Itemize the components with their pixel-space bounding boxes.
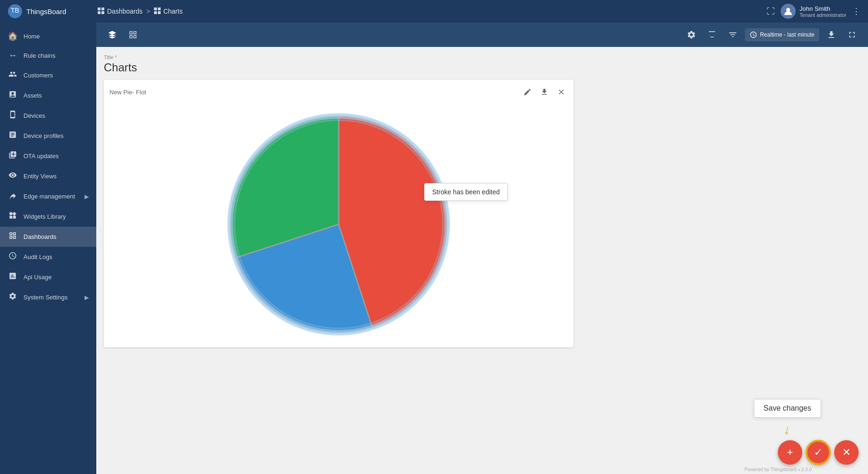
display-icon[interactable] (704, 26, 721, 43)
download-widget-button[interactable] (538, 85, 551, 99)
chevron-edge-management: ▶ (85, 193, 89, 200)
breadcrumb-charts[interactable]: Charts (154, 8, 183, 15)
page-content: Title * Charts New Pie- Flot (96, 47, 868, 474)
logo-area[interactable]: TB ThingsBoard (8, 4, 92, 19)
pie-chart (226, 112, 451, 337)
sidebar-label-devices: Devices (23, 112, 45, 119)
charts-grid-icon (154, 8, 161, 15)
nav-right: ⛶ John Smith Tenant administrator ⋮ (767, 4, 860, 19)
assets-icon (8, 90, 18, 101)
fab-area: + ✓ ✕ (778, 440, 859, 465)
widget-title: New Pie- Flot (109, 89, 146, 96)
sidebar-item-audit-logs[interactable]: Audit Logs (0, 247, 96, 267)
entity-views-icon (8, 171, 18, 182)
home-icon: 🏠 (8, 31, 18, 41)
system-settings-icon (8, 292, 18, 303)
app-name: ThingsBoard (26, 8, 66, 15)
widget-actions (521, 85, 568, 99)
sidebar-item-api-usage[interactable]: Api Usage (0, 267, 96, 287)
widgets-library-icon (8, 211, 18, 222)
close-widget-button[interactable] (555, 85, 568, 99)
ota-updates-icon (8, 151, 18, 161)
sidebar-label-audit-logs: Audit Logs (23, 253, 52, 260)
chart-container (109, 102, 568, 342)
sidebar-label-home: Home (23, 33, 40, 40)
svg-text:TB: TB (11, 7, 19, 14)
avatar (781, 4, 796, 19)
sidebar-item-rule-chains[interactable]: ↔ Rule chains (0, 46, 96, 65)
breadcrumb-dashboards[interactable]: Dashboards (98, 8, 143, 15)
settings-icon[interactable] (683, 26, 700, 43)
dashboards-grid-icon (98, 8, 104, 15)
dashboard-toolbar: Realtime - last minute (96, 23, 868, 47)
audit-logs-icon (8, 252, 18, 262)
breadcrumb-separator: > (147, 8, 150, 15)
page-title: Charts (104, 61, 860, 74)
add-widget-button[interactable]: + (778, 440, 802, 465)
sidebar-label-api-usage: Api Usage (23, 274, 52, 281)
user-info: John Smith Tenant administrator (799, 5, 846, 18)
realtime-label: Realtime - last minute (760, 31, 814, 38)
save-changes-tooltip: Save changes (754, 399, 821, 418)
breadcrumb: Dashboards > Charts (98, 8, 761, 15)
sidebar-item-system-settings[interactable]: System Settings ▶ (0, 287, 96, 307)
sidebar-item-entity-views[interactable]: Entity Views (0, 166, 96, 186)
fullscreen-icon[interactable]: ⛶ (767, 7, 775, 16)
top-navigation: TB ThingsBoard Dashboards > Charts (0, 0, 868, 23)
sidebar-item-customers[interactable]: Customers (0, 65, 96, 85)
sidebar-label-customers: Customers (23, 72, 53, 79)
user-area[interactable]: John Smith Tenant administrator (781, 4, 846, 19)
view-mode-button[interactable] (104, 26, 121, 43)
cancel-button[interactable]: ✕ (834, 440, 859, 465)
svg-rect-5 (101, 11, 104, 14)
download-icon[interactable] (823, 26, 840, 43)
svg-rect-7 (158, 8, 161, 10)
sidebar-label-edge-management: Edge management (23, 193, 75, 200)
stroke-tooltip: Stroke has been edited (424, 183, 508, 201)
logo-icon: TB (8, 4, 23, 19)
edge-management-icon (8, 191, 18, 202)
chevron-system-settings: ▶ (85, 294, 89, 301)
sidebar-item-devices[interactable]: Devices (0, 106, 96, 126)
sidebar-item-edge-management[interactable]: Edge management ▶ (0, 186, 96, 206)
rule-chains-icon: ↔ (8, 51, 18, 61)
sidebar-label-device-profiles: Device profiles (23, 132, 63, 139)
realtime-button[interactable]: Realtime - last minute (745, 28, 819, 41)
sidebar-label-rule-chains: Rule chains (23, 52, 55, 59)
table-mode-button[interactable] (124, 26, 141, 43)
more-options-icon[interactable]: ⋮ (852, 6, 860, 16)
powered-by: Powered by Thingsboard v.3.3.0 (744, 467, 812, 472)
page-title-area: Title * Charts (104, 54, 860, 74)
fullscreen-dashboard-icon[interactable] (844, 26, 860, 43)
svg-rect-4 (98, 11, 101, 14)
svg-rect-8 (154, 11, 157, 14)
sidebar-item-assets[interactable]: Assets (0, 85, 96, 106)
dashboards-icon (8, 231, 18, 242)
api-usage-icon (8, 272, 18, 283)
sidebar-item-dashboards[interactable]: Dashboards (0, 227, 96, 247)
confirm-button[interactable]: ✓ (806, 440, 830, 465)
customers-icon (8, 70, 18, 81)
title-label: Title * (104, 54, 860, 60)
sidebar-label-system-settings: System Settings (23, 294, 68, 301)
sidebar-label-dashboards: Dashboards (23, 233, 56, 240)
svg-rect-9 (158, 11, 161, 14)
sidebar-label-widgets-library: Widgets Library (23, 213, 66, 220)
filter-icon[interactable] (724, 26, 741, 43)
sidebar: 🏠 Home ↔ Rule chains Customers Assets (0, 23, 96, 474)
svg-rect-3 (101, 8, 104, 10)
sidebar-item-ota-updates[interactable]: OTA updates (0, 146, 96, 166)
toolbar-left (104, 26, 141, 43)
sidebar-item-widgets-library[interactable]: Widgets Library (0, 206, 96, 227)
edit-widget-button[interactable] (521, 85, 534, 99)
widget-card: New Pie- Flot (104, 80, 574, 347)
sidebar-item-device-profiles[interactable]: Device profiles (0, 126, 96, 146)
svg-rect-6 (154, 8, 157, 10)
device-profiles-icon (8, 130, 18, 141)
svg-point-10 (786, 8, 790, 12)
sidebar-label-entity-views: Entity Views (23, 173, 57, 180)
sidebar-label-assets: Assets (23, 92, 42, 99)
svg-rect-2 (98, 8, 101, 10)
sidebar-item-home[interactable]: 🏠 Home (0, 26, 96, 46)
content-area: Realtime - last minute Title * Charts (96, 23, 868, 474)
